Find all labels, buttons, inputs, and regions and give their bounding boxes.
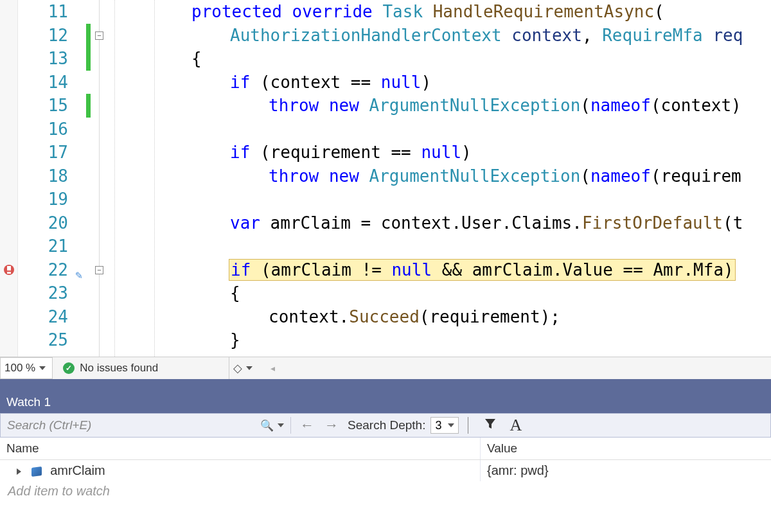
code-content[interactable]: 0 references | damienbod, 1 day ago | 1 … bbox=[109, 0, 771, 357]
zoom-level: 100 % bbox=[4, 362, 35, 375]
watch-search-input[interactable] bbox=[1, 414, 258, 437]
line-num: 15 bbox=[18, 94, 68, 118]
highlighter-icon[interactable]: ◇ bbox=[229, 361, 246, 375]
current-statement: if (amrClaim != null && amrClaim.Value =… bbox=[109, 258, 771, 282]
line-number-gutter[interactable]: 11 12 13 14 15 16 17 18 19 20 21 22✎ 23 … bbox=[18, 0, 73, 357]
check-icon: ✓ bbox=[63, 362, 75, 374]
col-name-header[interactable]: Name bbox=[0, 438, 481, 459]
text-style-icon[interactable]: A bbox=[503, 416, 528, 435]
zoom-dropdown[interactable]: 100 % bbox=[0, 357, 53, 379]
watch-toolbar: 🔍 ← → Search Depth: 3 A bbox=[0, 413, 771, 438]
line-num: 13 bbox=[18, 47, 68, 71]
search-icon[interactable]: 🔍 bbox=[258, 419, 276, 432]
line-num: 17 bbox=[18, 141, 68, 164]
search-prev-icon[interactable]: ← bbox=[295, 417, 319, 434]
pen-icon: ✎ bbox=[75, 263, 82, 287]
search-next-icon[interactable]: → bbox=[319, 417, 344, 434]
col-value-header[interactable]: Value bbox=[481, 438, 771, 459]
change-margin bbox=[85, 0, 93, 357]
line-num: 16 bbox=[18, 118, 68, 141]
watch-columns-header: Name Value bbox=[0, 438, 771, 460]
issues-label[interactable]: No issues found bbox=[80, 362, 158, 375]
line-num: 23 bbox=[18, 281, 68, 305]
line-num: 19 bbox=[18, 188, 68, 211]
depth-value: 3 bbox=[435, 419, 441, 432]
line-num: 20 bbox=[18, 211, 68, 235]
line-num: 18 bbox=[18, 164, 68, 188]
filter-icon[interactable] bbox=[477, 417, 503, 434]
outline-margin[interactable]: − − bbox=[93, 0, 107, 357]
add-watch-placeholder[interactable]: Add item to watch bbox=[0, 481, 771, 501]
line-num: 24 bbox=[18, 305, 68, 329]
line-num: 25 bbox=[18, 328, 68, 352]
watch-name: amrClaim bbox=[50, 463, 105, 477]
watch-value: {amr: pwd} bbox=[481, 460, 771, 481]
chevron-down-icon bbox=[448, 423, 454, 427]
depth-label: Search Depth: bbox=[348, 418, 425, 432]
line-num: 14 bbox=[18, 71, 68, 94]
line-num: 22✎ bbox=[18, 258, 68, 282]
object-icon bbox=[31, 466, 42, 477]
fold-toggle-icon[interactable]: − bbox=[95, 31, 103, 40]
line-num: 12 bbox=[18, 24, 68, 48]
expander-icon[interactable] bbox=[17, 468, 21, 475]
code-editor[interactable]: 11 12 13 14 15 16 17 18 19 20 21 22✎ 23 … bbox=[0, 0, 771, 357]
debug-spacer bbox=[0, 379, 771, 393]
watch-panel-title[interactable]: Watch 1 bbox=[0, 393, 771, 413]
svg-rect-1 bbox=[7, 266, 11, 270]
watch-row[interactable]: amrClaim {amr: pwd} bbox=[0, 460, 771, 481]
fold-toggle-icon[interactable]: − bbox=[95, 266, 103, 274]
codelens-label[interactable]: 0 references | damienbod, 1 day ago | 1 … bbox=[191, 0, 474, 1]
chevron-down-icon[interactable] bbox=[246, 366, 253, 370]
depth-dropdown[interactable]: 3 bbox=[430, 417, 459, 434]
exception-breakpoint-icon[interactable] bbox=[3, 263, 15, 276]
glyph-margin[interactable] bbox=[0, 0, 18, 357]
line-num: 11 bbox=[18, 0, 68, 24]
nav-back-icon[interactable]: ◂ bbox=[265, 363, 280, 373]
chevron-down-icon bbox=[39, 366, 46, 370]
svg-rect-2 bbox=[7, 272, 11, 274]
editor-status-bar: 100 % ✓ No issues found ◇ ◂ bbox=[0, 357, 771, 379]
chevron-down-icon[interactable] bbox=[278, 423, 284, 427]
line-num: 21 bbox=[18, 235, 68, 258]
